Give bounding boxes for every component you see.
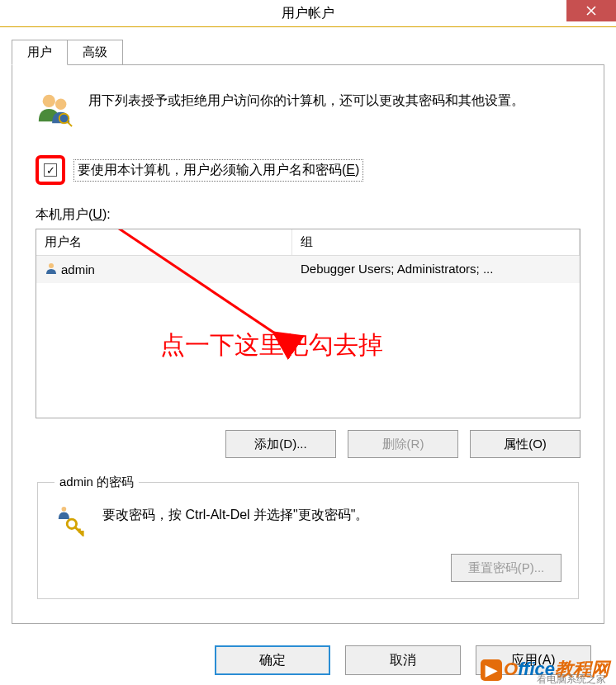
reset-password-button: 重置密码(P)... [451,554,562,582]
titlebar: 用户帐户 [0,0,616,27]
tab-users[interactable]: 用户 [12,40,68,65]
window-title: 用户帐户 [282,5,334,22]
user-list-label: 本机用户(U): [36,206,580,224]
users-icon [36,90,73,130]
user-icon [45,262,58,277]
svg-point-4 [49,263,54,268]
checkbox-highlight: ✓ [36,155,65,185]
watermark-sub: 看电脑系统之家 [537,673,606,685]
column-group[interactable]: 组 [292,229,580,255]
password-legend: admin 的密码 [54,475,139,490]
svg-point-0 [43,95,55,107]
list-header: 用户名 组 [36,229,580,256]
tab-advanced[interactable]: 高级 [67,40,123,65]
cell-group: Debugger Users; Administrators; ... [292,259,580,280]
tab-panel-users: 用下列表授予或拒绝用户访问你的计算机，还可以更改其密码和其他设置。 ✓ 要使用本… [12,64,604,624]
cancel-button[interactable]: 取消 [345,645,461,675]
annotation-text: 点一下这里把勾去掉 [160,328,383,362]
password-group: admin 的密码 要改密码，按 Ctrl-Alt-Del 并选择"更改密码"。… [37,475,579,599]
svg-line-3 [67,121,72,126]
cell-username: admin [61,262,95,276]
add-button[interactable]: 添加(D)... [225,430,336,458]
svg-point-1 [55,99,66,110]
close-icon [586,6,596,16]
require-login-label[interactable]: 要使用本计算机，用户必须输入用户名和密码(E) [73,159,363,182]
watermark-badge-icon: ▶ [481,659,502,681]
key-icon [54,505,86,539]
intro-text: 用下列表授予或拒绝用户访问你的计算机，还可以更改其密码和其他设置。 [88,90,580,130]
table-row[interactable]: admin Debugger Users; Administrators; ..… [36,256,580,283]
tab-strip: 用户 高级 [0,27,616,64]
password-text: 要改密码，按 Ctrl-Alt-Del 并选择"更改密码"。 [102,505,368,525]
ok-button[interactable]: 确定 [215,645,330,675]
column-username[interactable]: 用户名 [36,229,292,255]
svg-point-6 [62,507,67,512]
properties-button[interactable]: 属性(O) [470,430,580,458]
user-list[interactable]: 用户名 组 admin Debugger Users; Administrato… [36,229,580,418]
remove-button: 删除(R) [348,430,458,458]
require-login-checkbox[interactable]: ✓ [44,163,57,177]
close-button[interactable] [566,0,616,21]
